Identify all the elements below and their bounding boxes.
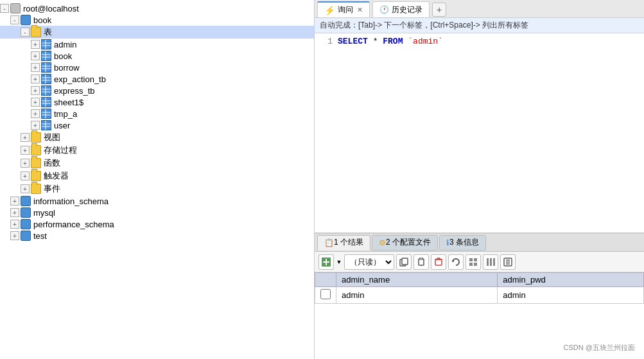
tree-label-borrow: borrow: [54, 63, 80, 73]
toolbar-btn-copy[interactable]: [396, 254, 412, 270]
readonly-select[interactable]: （只读）: [344, 254, 394, 270]
result-tab-config-label: 2 个配置文件: [386, 237, 431, 248]
expand-icon-functions[interactable]: +: [21, 159, 30, 168]
database-icon-test: [21, 231, 31, 241]
tree-label-events: 事件: [44, 183, 60, 195]
expand-icon-test[interactable]: +: [10, 231, 19, 240]
tab-history[interactable]: 🕐 历史记录: [372, 1, 430, 17]
tree-item-sheet1[interactable]: + sheet1$: [0, 96, 314, 108]
toolbar-btn-delete[interactable]: [431, 254, 446, 270]
watermark: CSDN @五块兰州拉面: [564, 343, 635, 353]
tree-label-root: root@localhost: [23, 4, 79, 13]
tree-item-book-table[interactable]: + book: [0, 50, 314, 62]
line-content-1: SELECT * FROM `admin`: [338, 37, 443, 46]
result-tab-1[interactable]: 📋 1 个结果: [317, 235, 370, 250]
toolbar-btn-paste[interactable]: [413, 254, 429, 270]
tree-item-admin[interactable]: + admin: [0, 39, 314, 50]
table-icon-admin: [41, 39, 51, 49]
tree-item-procedures[interactable]: + 存储过程: [0, 144, 314, 157]
editor-tab-bar: ⚡ 询问 ✕ 🕐 历史记录 +: [315, 0, 644, 18]
tree-item-book-db[interactable]: - book: [0, 14, 314, 26]
toolbar-btn-refresh[interactable]: [448, 254, 464, 270]
expand-icon-triggers[interactable]: +: [21, 171, 30, 180]
expand-icon-book-table[interactable]: +: [31, 51, 40, 60]
svg-rect-20: [42, 98, 51, 107]
tree-label-mysql: mysql: [33, 208, 55, 218]
svg-rect-36: [402, 258, 408, 265]
expand-icon-admin[interactable]: +: [31, 40, 40, 49]
history-tab-icon: 🕐: [379, 5, 389, 14]
expand-icon-book-db[interactable]: -: [10, 15, 19, 24]
svg-rect-4: [42, 51, 51, 60]
tree-label-tmp-a: tmp_a: [54, 109, 77, 119]
svg-rect-8: [42, 63, 51, 72]
tree-item-test[interactable]: + test: [0, 230, 314, 241]
tab-history-label: 历史记录: [392, 4, 422, 15]
result-tab-config[interactable]: ⚙ 2 个配置文件: [372, 235, 438, 250]
tree-item-events[interactable]: + 事件: [0, 182, 314, 195]
folder-icon-procedures: [31, 145, 41, 155]
toolbar-btn-dropdown[interactable]: ▼: [336, 254, 342, 270]
expand-icon-sheet1[interactable]: +: [31, 98, 40, 107]
toolbar-btn-cols[interactable]: [483, 254, 498, 270]
result-tab-info[interactable]: ℹ 3 条信息: [439, 235, 486, 250]
row-checkbox[interactable]: [320, 289, 331, 299]
expand-icon-views[interactable]: +: [21, 133, 30, 142]
tree-label-triggers: 触发器: [44, 170, 69, 182]
database-icon-performance-schema: [21, 219, 31, 229]
tree-item-express-tb[interactable]: + express_tb: [0, 85, 314, 96]
tree-label-exp-action-tb: exp_action_tb: [54, 74, 106, 84]
expand-icon-express-tb[interactable]: +: [31, 86, 40, 95]
dropdown-arrow-icon: ▼: [336, 259, 342, 265]
tree-item-mysql[interactable]: + mysql: [0, 207, 314, 218]
expand-icon-events[interactable]: +: [21, 184, 30, 193]
cell-admin-name: admin: [336, 287, 498, 304]
tree-item-user[interactable]: + user: [0, 119, 314, 131]
results-table: admin_name admin_pwd admin admin: [315, 272, 644, 304]
editor-line-1: 1 SELECT * FROM `admin`: [315, 36, 644, 47]
cell-admin-pwd: admin: [498, 287, 644, 304]
tree-label-procedures: 存储过程: [44, 144, 77, 156]
expand-icon-mysql[interactable]: +: [10, 208, 19, 217]
tree-item-views[interactable]: + 视图: [0, 131, 314, 144]
tree-item-information-schema[interactable]: + information_schema: [0, 195, 314, 207]
tree-item-root[interactable]: - root@localhost: [0, 3, 314, 14]
tree-item-performance-schema[interactable]: + performance_schema: [0, 218, 314, 230]
expand-icon-procedures[interactable]: +: [21, 146, 30, 155]
tab-query-close[interactable]: ✕: [357, 6, 363, 14]
expand-icon-user[interactable]: +: [31, 121, 40, 130]
watermark-text: CSDN @五块兰州拉面: [564, 344, 635, 351]
expand-icon-root[interactable]: -: [0, 4, 9, 13]
svg-rect-0: [42, 40, 51, 49]
svg-rect-16: [42, 86, 51, 95]
tree-item-borrow[interactable]: + borrow: [0, 62, 314, 73]
tree-label-book-db: book: [33, 15, 51, 25]
svg-rect-38: [420, 258, 422, 259]
tab-query[interactable]: ⚡ 询问 ✕: [317, 1, 370, 17]
expand-icon-exp-action-tb[interactable]: +: [31, 74, 40, 83]
expand-icon-tables[interactable]: -: [21, 28, 30, 37]
tree-item-exp-action-tb[interactable]: + exp_action_tb: [0, 73, 314, 85]
main-container: - root@localhost - book - 表 +: [0, 0, 644, 359]
folder-icon-triggers: [31, 171, 41, 181]
query-tab-icon: ⚡: [324, 5, 335, 15]
table-header-row: admin_name admin_pwd: [315, 273, 644, 287]
tree-label-views: 视图: [44, 132, 60, 143]
expand-icon-performance-schema[interactable]: +: [10, 220, 19, 229]
svg-rect-47: [487, 258, 489, 266]
server-icon: [10, 3, 21, 13]
add-tab-button[interactable]: +: [432, 3, 446, 17]
svg-rect-39: [435, 259, 442, 265]
expand-icon-tmp-a[interactable]: +: [31, 109, 40, 118]
tree-label-sheet1: sheet1$: [54, 98, 83, 107]
toolbar-btn-add[interactable]: [318, 254, 334, 270]
tree-item-tables[interactable]: - 表: [0, 26, 314, 39]
tree-item-functions[interactable]: + 函数: [0, 157, 314, 170]
editor-content[interactable]: 1 SELECT * FROM `admin`: [315, 33, 644, 232]
expand-icon-borrow[interactable]: +: [31, 63, 40, 72]
tree-item-tmp-a[interactable]: + tmp_a: [0, 108, 314, 119]
expand-icon-information-schema[interactable]: +: [10, 197, 19, 206]
tree-item-triggers[interactable]: + 触发器: [0, 170, 314, 182]
toolbar-btn-export[interactable]: [500, 254, 516, 270]
toolbar-btn-grid[interactable]: [466, 254, 481, 270]
